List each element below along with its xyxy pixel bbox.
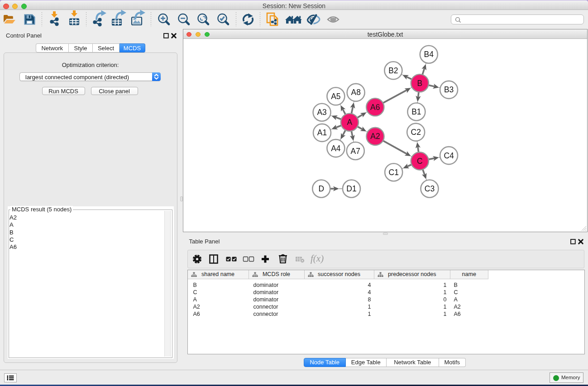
svg-text:C: C (417, 157, 423, 166)
svg-text:B: B (417, 79, 422, 88)
svg-text:C2: C2 (411, 128, 421, 137)
svg-text:A2: A2 (370, 132, 380, 141)
svg-text:B1: B1 (411, 107, 421, 116)
svg-text:C1: C1 (389, 168, 399, 177)
svg-text:A3: A3 (317, 108, 326, 117)
svg-text:B4: B4 (424, 50, 434, 59)
svg-text:C3: C3 (425, 184, 435, 193)
svg-text:A4: A4 (331, 144, 341, 153)
svg-text:A: A (347, 118, 353, 127)
svg-text:A7: A7 (351, 147, 360, 156)
svg-text:D1: D1 (346, 184, 356, 193)
svg-text:A8: A8 (351, 88, 360, 97)
svg-text:A1: A1 (317, 128, 327, 137)
svg-text:A6: A6 (370, 103, 380, 112)
svg-text:B3: B3 (444, 85, 454, 94)
svg-text:D: D (318, 184, 324, 193)
svg-text:A5: A5 (331, 92, 340, 101)
svg-text:C4: C4 (444, 151, 454, 160)
svg-text:B2: B2 (388, 66, 398, 75)
